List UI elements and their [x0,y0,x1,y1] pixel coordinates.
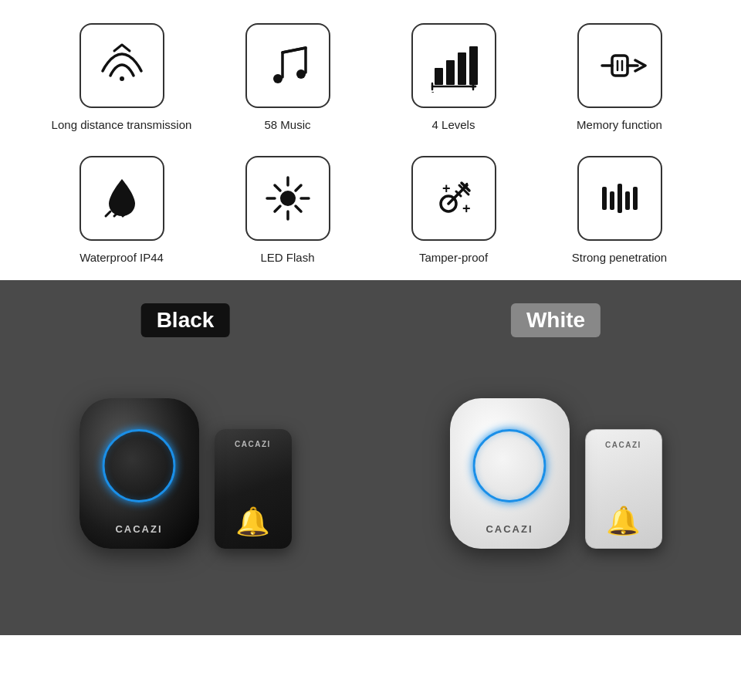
feature-memory: Memory function [544,23,695,133]
svg-rect-8 [612,56,628,76]
levels-icon: - [427,39,481,93]
levels-icon-box: - [411,23,496,108]
music-icon-box [245,23,330,108]
svg-point-1 [273,74,283,83]
svg-text:-: - [431,87,434,93]
black-label: Black [157,308,215,332]
svg-rect-23 [610,191,614,210]
penetration-icon-box [577,156,662,241]
penetration-label: Strong penetration [572,250,667,265]
white-bell-icon: 🔔 [606,505,641,537]
feature-long-distance: Long distance transmission [46,23,197,133]
black-color-tag: Black [141,303,230,337]
feature-tamper: + + Tamper-proof [378,156,529,265]
svg-rect-22 [602,187,607,210]
white-label: White [526,308,585,332]
led-label: LED Flash [260,250,314,265]
tamper-icon: + + [427,171,481,225]
black-receiver-circle [103,429,176,502]
white-variant: White CACAZI CACAZI 🔔 [370,280,741,635]
variants-section: Black CACAZI CACAZI 🔔 White CACAZI CACAZ… [0,280,741,635]
led-icon-box [245,156,330,241]
white-transmitter: CACAZI 🔔 [585,429,662,549]
features-section: Long distance transmission 58 Music [0,0,741,280]
white-transmitter-brand: CACAZI [605,441,641,449]
svg-line-17 [275,206,280,211]
black-receiver-brand: CACAZI [115,523,162,535]
feature-music: 58 Music [212,23,363,133]
features-grid: Long distance transmission 58 Music [46,23,695,265]
svg-rect-5 [458,52,466,85]
black-receiver: CACAZI [80,398,199,549]
svg-rect-4 [446,60,455,85]
black-bell-icon: 🔔 [235,506,270,538]
svg-point-9 [280,191,296,206]
svg-text:+: + [462,201,471,216]
svg-text:+: + [442,181,451,196]
music-label: 58 Music [264,117,310,133]
black-variant: Black CACAZI CACAZI 🔔 [0,280,370,635]
svg-line-15 [296,206,301,211]
svg-rect-26 [618,184,622,213]
white-color-tag: White [511,303,601,337]
tamper-label: Tamper-proof [419,250,488,265]
feature-led: LED Flash [212,156,363,265]
svg-rect-25 [633,187,638,210]
long-distance-label: Long distance transmission [52,117,192,133]
penetration-icon [593,171,647,225]
long-distance-icon [95,39,149,93]
svg-point-2 [296,69,306,79]
waterproof-icon-box [80,156,164,241]
svg-line-16 [296,185,301,191]
memory-label: Memory function [577,117,662,133]
black-transmitter-brand: CACAZI [235,440,271,448]
tamper-icon-box: + + [411,156,496,241]
levels-label: 4 Levels [432,117,475,133]
waterproof-label: Waterproof IP44 [80,250,164,265]
svg-line-14 [275,185,280,191]
memory-icon [593,39,647,93]
white-receiver: CACAZI [450,398,570,549]
music-icon [261,39,315,93]
black-devices: CACAZI CACAZI 🔔 [80,398,292,549]
white-devices: CACAZI CACAZI 🔔 [450,398,662,549]
feature-waterproof: Waterproof IP44 [46,156,197,265]
waterproof-icon [95,171,149,225]
white-receiver-circle [473,429,546,502]
led-icon [261,171,315,225]
svg-rect-6 [469,46,478,85]
svg-rect-3 [435,68,443,85]
memory-icon-box [577,23,662,108]
feature-levels: - 4 Levels [378,23,529,133]
svg-point-0 [120,76,124,81]
feature-penetration: Strong penetration [544,156,695,265]
black-transmitter: CACAZI 🔔 [215,429,292,549]
svg-rect-24 [625,191,630,210]
white-receiver-brand: CACAZI [486,523,533,535]
long-distance-icon-box [80,23,164,108]
